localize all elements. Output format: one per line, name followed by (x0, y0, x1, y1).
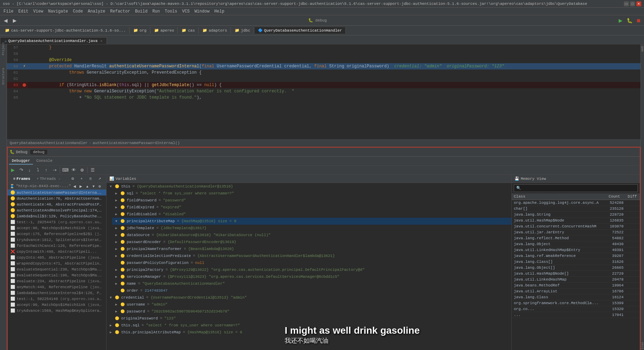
menu-code[interactable]: Code (71, 9, 85, 14)
memory-table-row[interactable]: org.apache.logging.log4j.core.async.A 52… (512, 200, 640, 206)
memory-table-row[interactable]: java.lang.Class[] 31626 (512, 259, 640, 265)
memory-table-row[interactable]: java.util.ArrayList 16786 (512, 289, 640, 294)
favorites-label[interactable]: Favorites (641, 342, 644, 350)
menu-help[interactable]: Help (212, 9, 226, 14)
settings-button[interactable]: ☰ (89, 166, 97, 174)
frame-export-button[interactable]: ↗ (96, 175, 103, 183)
memory-table-row[interactable]: org.springframework.core.MethodCla... 15… (512, 300, 640, 306)
var-fieldexpired[interactable]: ▶ 🟡 fieldExpired = "expired" (112, 204, 511, 211)
toolbar-stop-button[interactable]: ⏹ (634, 16, 643, 25)
memory-table-row[interactable]: java.util.LinkedHashMap$Entry 40391 (512, 247, 640, 253)
var-username[interactable]: ▶ 🟡 username = "admin" (112, 301, 511, 308)
web-label[interactable]: Web (641, 46, 644, 51)
frame-item-15[interactable]: ⬜evaluate:234, AbstractPipeline (java.ut… (8, 278, 106, 284)
memory-table-row[interactable]: java.util.concurrent.ConcurrentHashM 103… (512, 224, 640, 230)
toolbar-forward-button[interactable]: ▶ (10, 16, 19, 25)
nav-tab-org[interactable]: 📁 org (130, 27, 150, 34)
memory-table-row[interactable]: java.lang.String 228720 (512, 212, 640, 218)
var-thispam[interactable]: ▶ 🟡 this.principalAttributeMap = {HashMa… (107, 329, 511, 336)
memory-table-row[interactable]: java.util.jar.JarEntry 72522 (512, 230, 640, 235)
frame-item-19[interactable]: ⬜accept:90, MatchOps$1MatchSink (java... (8, 302, 106, 308)
frame-item-18[interactable]: ⬜test:-1, 582254140 (org.apereo.cas.auth… (8, 296, 106, 302)
frame-item-3[interactable]: 🟡authenticateAndResolvePrincipal:174, A.… (8, 207, 106, 213)
memory-table-row[interactable]: java.lang.Class 16124 (512, 294, 640, 300)
frame-item-0[interactable]: 🟡authenticateUsernamePasswordInterna... (8, 190, 106, 195)
nav-tab-cas[interactable]: 📁 cas (178, 27, 199, 34)
frame-item-6[interactable]: ⬜accept:90, MatchOps$1MatchSink (java... (8, 225, 106, 231)
var-sql[interactable]: ▶ 🟡 sql = "select * from sys_user where … (112, 190, 511, 197)
var-credentialselectionpredicate[interactable]: ▶ 🟡 credentialSelectionPredicate = {Abst… (112, 252, 511, 259)
toolbar-run-button[interactable]: ▶ (616, 16, 625, 25)
force-step-into-button[interactable]: ⤵ (34, 166, 42, 174)
frame-item-8[interactable]: ⬜tryAdvance:1812, Spliterators$IteratorS… (8, 237, 106, 243)
menu-build[interactable]: Build (133, 9, 150, 14)
frame-item-9[interactable]: ⬜forEachWithCancel:126, ReferencePipeli.… (8, 243, 106, 249)
var-fielddisabled[interactable]: ▶ 🟡 fieldDisabled = "disabled" (112, 211, 511, 218)
var-name[interactable]: ▶ 🟡 name = "QueryDatabaseAuthenticationH… (112, 280, 511, 287)
debugger-tab[interactable]: Debugger (9, 158, 33, 165)
menu-vcs[interactable]: VCS (180, 9, 192, 14)
menu-refactor[interactable]: Refactor (108, 9, 132, 14)
var-order[interactable]: 🟡 order = 2147483647 (112, 287, 511, 294)
memory-table-row[interactable]: ... 17041 (512, 312, 640, 318)
toolbar-back-button[interactable]: ◀ (1, 16, 10, 25)
frame-item-2[interactable]: 🟡authenticate:40, AbstractPreAndPostPr..… (8, 201, 106, 207)
thread-add-btn[interactable]: ⊕ (97, 184, 102, 189)
var-originalpassword[interactable]: 🟡 originalPassword = "123" (107, 315, 511, 322)
menu-edit[interactable]: Edit (16, 9, 31, 14)
menu-navigate[interactable]: Navigate (46, 9, 70, 14)
frame-item-1[interactable]: 🟡doAuthentication:76, AbstractUsernam... (8, 195, 106, 201)
var-servicesmanager[interactable]: ▶ 🟡 servicesManager = {$Proxy111@13623} … (112, 273, 511, 280)
menu-window[interactable]: Window (192, 9, 211, 14)
nav-tab-adaptors[interactable]: 📁 adaptors (199, 27, 231, 34)
frame-item-7[interactable]: ⬜accept:175, ReferencePipeline$2$1 (jav.… (8, 231, 106, 237)
step-into-button[interactable]: ↓ (26, 166, 33, 174)
nav-tab-cas-server[interactable]: 📁 cas-server-support-jdbc-authentication… (1, 27, 129, 34)
thread-nav-down[interactable]: ▼ (91, 184, 96, 189)
var-this[interactable]: ▼ 🟡 this = {QueryDatabaseAuthenticationH… (107, 183, 511, 190)
editor-tab-close[interactable]: ✕ (100, 39, 102, 43)
memory-table-row[interactable]: java.util.HashMap$Node[] 22729 (512, 271, 640, 277)
frame-item-20[interactable]: ⬜tryAdvance:1569, HashMap$KeySpliteras..… (8, 308, 106, 314)
memory-table-row[interactable]: java.lang.Object 48430 (512, 241, 640, 247)
menu-tools[interactable]: Tools (163, 9, 179, 14)
step-over-button[interactable]: ↷ (17, 166, 25, 174)
memory-table-row[interactable]: java.util.LinkedHashMap 20478 (512, 277, 640, 283)
nav-tab-jdbc[interactable]: 📁 jdbc (231, 27, 254, 34)
nav-tab-query-handler[interactable]: 🔷 QueryDatabaseAuthenticationHandler (254, 27, 346, 34)
var-credential[interactable]: ▼ 🟡 credential = {UsernamePasswordCreden… (107, 294, 511, 301)
maximize-button[interactable]: □ (630, 1, 635, 6)
memory-table-row[interactable]: java.lang.reflect.Method 54882 (512, 235, 640, 241)
frame-item-16[interactable]: ⬜anyMatch:449, ReferencePipeline (java..… (8, 284, 106, 290)
close-button[interactable]: ✕ (636, 1, 641, 6)
frames-tab[interactable]: ≡ Frames (10, 176, 33, 182)
thread-nav-up[interactable]: ▲ (85, 184, 90, 189)
resume-button[interactable]: ▶ (9, 166, 17, 174)
frame-item-4[interactable]: 🟡lambda$null$3:129, PolicyBasedAuthe... (8, 213, 106, 219)
menu-file[interactable]: File (1, 9, 16, 14)
memory-table-row[interactable]: java.beans.MethodRef 19964 (512, 283, 640, 289)
menu-view[interactable]: View (31, 9, 45, 14)
frame-settings-button[interactable]: ⚙ (69, 175, 76, 183)
console-tab[interactable]: Console (34, 158, 55, 165)
memory-search-input[interactable] (514, 184, 638, 192)
nav-tab-apereo[interactable]: 📁 apereo (151, 27, 178, 34)
var-passwordpolicyconfiguration[interactable]: 🟡 passwordPolicyConfiguration = null (112, 259, 511, 266)
var-datasource[interactable]: ▶ 🟡 dataSource = {HikariDataSource@13618… (112, 232, 511, 239)
memory-table-row[interactable]: char[] 235128 (512, 206, 640, 212)
frame-item-5[interactable]: ⬜test:-1, 29254473 (org.apereo.cas.authe… (8, 219, 106, 225)
project-icon[interactable]: Project (0, 46, 7, 51)
var-principalfactory[interactable]: ▶ 🟡 principalFactory = {$Proxy129@13622}… (112, 266, 511, 273)
thread-nav-right[interactable]: ▶ (78, 184, 83, 189)
var-jdbctemplate[interactable]: ▶ 🟡 jdbcTemplate = {JdbcTemplate@13617} (112, 225, 511, 232)
menu-run[interactable]: Run (150, 9, 162, 14)
evaluate-button[interactable]: ⌨ (61, 166, 69, 174)
frame-item-11[interactable]: ⬜copyInto:485, AbstractPipeline (java.ut… (8, 255, 106, 260)
thread-nav-left[interactable]: ◀ (72, 184, 77, 189)
frame-item-10[interactable]: ❌copyIntoWith:498, AbstractPipeli... (8, 249, 106, 255)
menu-analyze[interactable]: Analyze (86, 9, 107, 14)
var-principalattributemap[interactable]: ▼ 🟡 principalAttributeMap = {HashMap@135… (112, 218, 511, 225)
watch-button[interactable]: ⊕ (78, 166, 86, 174)
var-password[interactable]: ▶ 🟡 password = "202cb962ac59075b964b0715… (112, 308, 511, 315)
memory-table-row[interactable]: java.lang.Object[] 26665 (512, 265, 640, 271)
